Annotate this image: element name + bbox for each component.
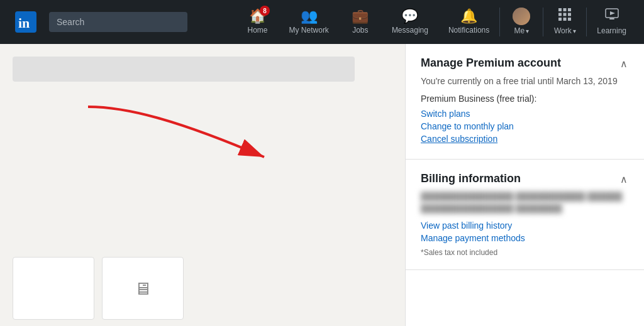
nav-item-notifications[interactable]: 🔔 Notifications bbox=[438, 0, 499, 44]
my-network-icon: 👥 bbox=[301, 8, 318, 24]
svg-rect-5 bbox=[558, 13, 562, 16]
nav-item-jobs[interactable]: 💼 Jobs bbox=[339, 0, 382, 44]
me-chevron-icon: ▾ bbox=[526, 28, 529, 35]
home-icon: 🏠 8 bbox=[249, 8, 266, 24]
sales-tax-note: *Sales tax not included bbox=[421, 248, 629, 257]
nav-label-my-network: My Network bbox=[289, 26, 329, 35]
learning-icon bbox=[605, 8, 619, 25]
avatar-image bbox=[513, 8, 530, 25]
change-monthly-link[interactable]: Change to monthly plan bbox=[421, 121, 629, 131]
nav-item-home[interactable]: 🏠 8 Home bbox=[236, 0, 279, 44]
billing-section-title: Billing information bbox=[421, 172, 521, 185]
nav-label-notifications: Notifications bbox=[448, 26, 489, 35]
messaging-icon: 💬 bbox=[401, 8, 418, 24]
nav-label-learning: Learning bbox=[597, 26, 626, 35]
nav-item-messaging[interactable]: 💬 Messaging bbox=[382, 0, 438, 44]
svg-marker-12 bbox=[610, 11, 615, 15]
jobs-icon: 💼 bbox=[352, 8, 369, 24]
content-card-2: 🖥 bbox=[102, 257, 184, 320]
search-input[interactable] bbox=[49, 12, 187, 32]
card-icon-2: 🖥 bbox=[134, 278, 152, 299]
premium-section-header: Manage Premium account ∧ bbox=[421, 57, 629, 71]
main-container: 🖥 Manage Premium account ∧ You're curren… bbox=[0, 44, 644, 326]
billing-blurred-line-1: ████████████████ ████████████ ██████ bbox=[421, 192, 629, 201]
premium-plan-label: Premium Business (free trial): bbox=[421, 94, 629, 104]
svg-rect-7 bbox=[568, 13, 571, 16]
linkedin-logo[interactable]: in bbox=[8, 0, 44, 44]
premium-section-title: Manage Premium account bbox=[421, 57, 561, 70]
gray-bar-1 bbox=[13, 57, 355, 82]
svg-rect-9 bbox=[564, 18, 567, 21]
home-badge: 8 bbox=[260, 6, 270, 16]
svg-rect-10 bbox=[568, 18, 571, 21]
nav-item-learning[interactable]: Learning bbox=[587, 0, 636, 44]
notifications-icon: 🔔 bbox=[460, 8, 477, 24]
nav-item-my-network[interactable]: 👥 My Network bbox=[279, 0, 339, 44]
premium-subtitle: You're currently on a free trial until M… bbox=[421, 76, 629, 86]
svg-rect-2 bbox=[558, 8, 562, 11]
avatar bbox=[513, 8, 530, 25]
right-panel: Manage Premium account ∧ You're currentl… bbox=[405, 44, 644, 326]
left-panel: 🖥 bbox=[0, 44, 405, 326]
content-card-1 bbox=[13, 257, 94, 320]
manage-payment-link[interactable]: Manage payment methods bbox=[421, 233, 629, 243]
billing-collapse-icon[interactable]: ∧ bbox=[619, 172, 629, 187]
search-container bbox=[49, 0, 187, 44]
work-dropdown: Work ▾ bbox=[554, 26, 576, 35]
svg-rect-3 bbox=[564, 8, 567, 11]
svg-rect-8 bbox=[558, 18, 562, 21]
billing-section-header: Billing information ∧ bbox=[421, 172, 629, 187]
cancel-subscription-link[interactable]: Cancel subscription bbox=[421, 134, 629, 144]
me-dropdown: Me ▾ bbox=[514, 26, 529, 35]
billing-section: Billing information ∧ ████████████████ █… bbox=[406, 160, 644, 270]
svg-rect-4 bbox=[568, 8, 571, 11]
premium-collapse-icon[interactable]: ∧ bbox=[619, 57, 629, 71]
premium-section: Manage Premium account ∧ You're currentl… bbox=[406, 44, 644, 160]
view-billing-link[interactable]: View past billing history bbox=[421, 220, 629, 231]
nav-label-home: Home bbox=[248, 26, 268, 35]
navbar: in 🏠 8 Home 👥 My Network 💼 Jobs 💬 Messag… bbox=[0, 0, 644, 44]
nav-label-me: Me bbox=[514, 26, 525, 35]
switch-plans-link[interactable]: Switch plans bbox=[421, 109, 629, 119]
content-cards: 🖥 bbox=[13, 257, 184, 320]
nav-label-work: Work bbox=[554, 26, 572, 35]
svg-rect-6 bbox=[564, 13, 567, 16]
work-chevron-icon: ▾ bbox=[573, 28, 576, 35]
nav-label-jobs: Jobs bbox=[352, 26, 368, 35]
nav-item-work[interactable]: Work ▾ bbox=[543, 0, 586, 44]
nav-item-me[interactable]: Me ▾ bbox=[500, 0, 543, 44]
svg-rect-13 bbox=[609, 18, 614, 19]
svg-text:in: in bbox=[18, 15, 30, 31]
nav-items: 🏠 8 Home 👥 My Network 💼 Jobs 💬 Messaging… bbox=[192, 0, 636, 44]
arrow-annotation bbox=[50, 94, 302, 182]
nav-label-messaging: Messaging bbox=[392, 26, 428, 35]
work-grid-icon bbox=[558, 8, 572, 25]
billing-blurred-line-2: ████████████████ ████████ bbox=[421, 204, 629, 213]
